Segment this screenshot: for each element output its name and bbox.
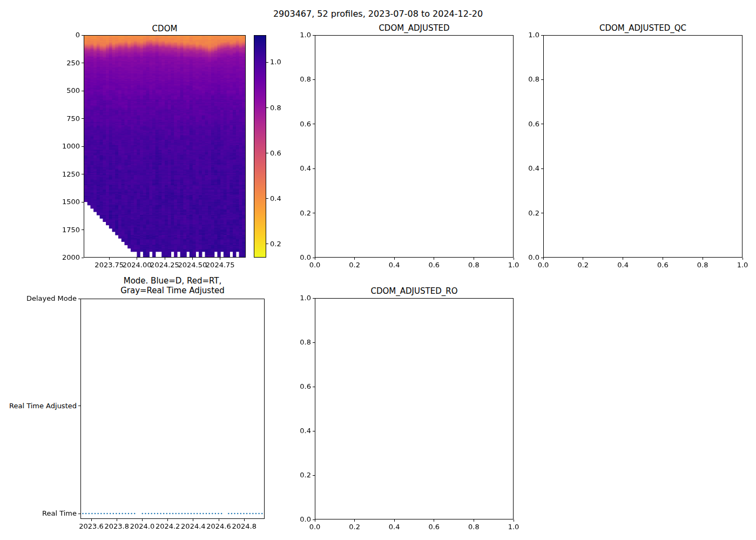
y-tick-mark: [78, 514, 80, 514]
x-tick-mark: [167, 519, 168, 521]
y-tick-mark: [541, 213, 543, 213]
x-tick-mark: [220, 258, 220, 260]
x-tick-mark: [315, 258, 315, 260]
x-tick-mark: [703, 258, 703, 260]
y-tick-mark: [313, 519, 315, 520]
mode-y-tick-label: Delayed Mode: [0, 294, 77, 302]
x-tick-mark: [354, 258, 355, 260]
x-tick-mark: [514, 519, 514, 522]
y-tick-mark: [82, 118, 84, 119]
x-tick-mark: [742, 258, 743, 260]
x-tick-mark: [109, 258, 110, 260]
x-tick-mark: [165, 258, 165, 260]
y-tick-label: 0.0: [225, 253, 311, 261]
y-tick-mark: [541, 35, 543, 36]
mode-y-tick-label: Real Time Adjusted: [0, 402, 77, 410]
cdom-adjusted-ro-title: CDOM_ADJUSTED_RO: [315, 286, 514, 296]
y-tick-mark: [313, 431, 315, 431]
y-tick-mark: [541, 124, 543, 124]
y-tick-mark: [313, 79, 315, 80]
figure: 2903467, 52 profiles, 2023-07-08 to 2024…: [0, 0, 756, 540]
y-tick-label: 250: [0, 59, 80, 67]
x-tick-mark: [244, 519, 245, 521]
y-tick-mark: [82, 146, 84, 147]
y-tick-mark: [78, 406, 80, 406]
y-tick-label: 0.4: [225, 164, 311, 172]
y-tick-mark: [541, 79, 543, 80]
y-tick-label: 1.0: [225, 31, 311, 39]
x-tick-mark: [623, 258, 623, 260]
y-tick-mark: [78, 299, 80, 299]
x-tick-label: 2024.8: [220, 522, 268, 530]
y-tick-label: 0: [0, 31, 80, 39]
y-tick-label: 0.2: [225, 209, 311, 217]
x-tick-mark: [543, 258, 544, 260]
y-tick-mark: [313, 124, 315, 124]
y-tick-mark: [313, 213, 315, 213]
cdom-heatmap-canvas: [84, 36, 245, 257]
x-tick-mark: [91, 519, 92, 521]
y-tick-label: 0.6: [453, 120, 539, 128]
cdom-colorbar: [254, 35, 266, 258]
axes-cdom-adjusted-ro: [315, 298, 514, 519]
y-tick-label: 2000: [0, 253, 80, 261]
y-tick-label: 1250: [0, 170, 80, 178]
y-tick-mark: [82, 174, 84, 174]
y-tick-label: 0.2: [225, 471, 311, 479]
mode-y-tick-label: Real Time: [0, 509, 77, 517]
cdom-adjusted-qc-title: CDOM_ADJUSTED_QC: [543, 23, 742, 33]
x-tick-mark: [193, 519, 193, 521]
y-tick-label: 1000: [0, 142, 80, 150]
y-tick-mark: [82, 258, 84, 258]
y-tick-label: 1750: [0, 226, 80, 234]
x-tick-mark: [434, 258, 434, 260]
colorbar-tick-label: 0.8: [270, 104, 292, 112]
y-tick-label: 0.8: [453, 75, 539, 83]
colorbar-tick-label: 0.6: [270, 149, 292, 157]
colorbar-tick-label: 0.2: [270, 240, 292, 248]
x-tick-mark: [219, 519, 219, 521]
y-tick-mark: [313, 387, 315, 387]
colorbar-tick-mark: [266, 153, 268, 153]
figure-suptitle: 2903467, 52 profiles, 2023-07-08 to 2024…: [0, 9, 756, 19]
colorbar-tick-label: 1.0: [270, 58, 292, 66]
y-tick-mark: [82, 230, 84, 230]
x-tick-mark: [394, 258, 395, 260]
y-tick-mark: [313, 258, 315, 258]
y-tick-mark: [82, 35, 84, 36]
mode-title: Mode. Blue=D, Red=RT, Gray=Real Time Adj…: [80, 276, 265, 295]
x-tick-mark: [474, 519, 474, 522]
y-tick-label: 0.4: [225, 427, 311, 435]
x-tick-mark: [137, 258, 137, 260]
colorbar-tick-mark: [266, 62, 268, 63]
y-tick-mark: [313, 475, 315, 476]
colorbar-tick-mark: [266, 198, 268, 199]
x-tick-mark: [583, 258, 583, 260]
y-tick-label: 1500: [0, 198, 80, 206]
y-tick-label: 0.8: [225, 75, 311, 83]
y-tick-label: 0.6: [225, 382, 311, 390]
x-tick-mark: [117, 519, 117, 521]
y-tick-mark: [541, 258, 543, 258]
y-tick-mark: [313, 35, 315, 36]
x-tick-mark: [142, 519, 143, 521]
y-tick-mark: [313, 298, 315, 299]
y-tick-mark: [313, 168, 315, 169]
x-tick-mark: [663, 258, 663, 260]
y-tick-label: 0.0: [453, 253, 539, 261]
y-tick-label: 0.6: [225, 120, 311, 128]
colorbar-tick-mark: [266, 107, 268, 108]
y-tick-label: 1.0: [453, 31, 539, 39]
colorbar-tick-mark: [266, 244, 268, 244]
cdom-title: CDOM: [84, 24, 246, 33]
x-tick-label: 1.0: [718, 261, 756, 269]
colorbar-tick-label: 0.4: [270, 194, 292, 202]
x-tick-label: 1.0: [489, 523, 538, 531]
axes-cdom-adjusted-qc: [543, 35, 742, 258]
x-tick-mark: [434, 519, 434, 522]
y-tick-label: 500: [0, 86, 80, 94]
axes-mode: [80, 299, 265, 519]
y-tick-mark: [82, 63, 84, 63]
axes-cdom-adjusted: [315, 35, 514, 258]
x-tick-label: 2024.75: [196, 261, 245, 269]
